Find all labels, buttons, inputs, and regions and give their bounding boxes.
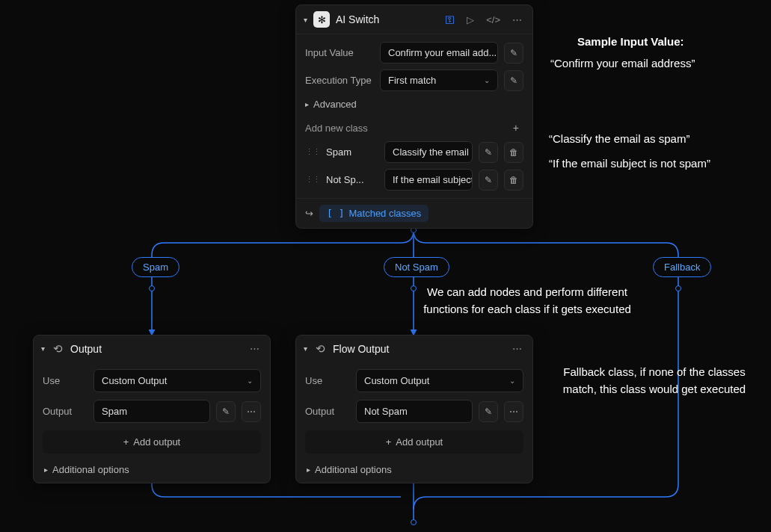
- exec-type-dropdown[interactable]: First match ⌄: [380, 69, 498, 91]
- matched-classes-chip[interactable]: [ ] Matched classes: [319, 205, 428, 222]
- output-value-input[interactable]: Spam: [93, 400, 210, 423]
- additional-options-toggle[interactable]: ▸ Additional options: [305, 461, 523, 475]
- collapse-caret-icon[interactable]: ▾: [304, 16, 307, 24]
- port-spam-bottom[interactable]: [149, 285, 155, 291]
- edit-exec-type-button[interactable]: ✎: [504, 70, 523, 91]
- class-row-notspam: ⋮⋮ Not Sp... If the email subject... ✎ 🗑: [305, 169, 523, 191]
- edit-class-button[interactable]: ✎: [479, 142, 498, 163]
- plus-icon: +: [386, 436, 392, 448]
- run-icon[interactable]: ▷: [464, 13, 477, 27]
- caret-right-icon: ▸: [307, 466, 310, 474]
- edit-class-button[interactable]: ✎: [479, 170, 498, 191]
- class-name: Not Sp...: [326, 174, 378, 185]
- annotation-fallback-hint: Fallback class, if none of the classes m…: [550, 364, 758, 398]
- use-dropdown[interactable]: Custom Output ⌄: [356, 369, 523, 392]
- node-title: Flow Output: [333, 343, 503, 355]
- annotation-classify-hint: “Classify the email as spam”: [549, 131, 689, 148]
- annotation-branch-hint: We can add nodes and perform different f…: [423, 284, 632, 318]
- class-name: Spam: [326, 146, 378, 158]
- class-prompt-input[interactable]: Classify the email ...: [384, 141, 473, 163]
- drag-handle-icon[interactable]: ⋮⋮: [305, 147, 320, 157]
- add-output-label: Add output: [133, 436, 180, 448]
- key-icon[interactable]: ⚿: [442, 13, 458, 27]
- caret-right-icon: ▸: [305, 100, 309, 108]
- output-label: Output: [305, 406, 350, 417]
- annotation-notspam-hint: “If the email subject is not spam”: [549, 155, 710, 173]
- more-icon[interactable]: ⋯: [509, 13, 525, 27]
- add-output-label: Add output: [396, 436, 443, 448]
- edit-output-button[interactable]: ✎: [216, 401, 236, 422]
- class-prompt-input[interactable]: If the email subject...: [384, 169, 473, 191]
- node-title: AI Switch: [336, 13, 436, 25]
- use-dropdown[interactable]: Custom Output ⌄: [93, 369, 261, 392]
- edit-output-button[interactable]: ✎: [479, 401, 498, 422]
- advanced-toggle[interactable]: ▸ Advanced: [305, 97, 523, 111]
- more-icon[interactable]: ⋯: [509, 341, 525, 356]
- class-row-spam: ⋮⋮ Spam Classify the email ... ✎ 🗑: [305, 141, 523, 163]
- node-title: Output: [70, 343, 241, 355]
- chevron-down-icon: ⌄: [247, 377, 253, 385]
- collapse-caret-icon[interactable]: ▾: [41, 344, 45, 353]
- add-output-button[interactable]: + Add output: [305, 430, 523, 454]
- advanced-label: Advanced: [313, 99, 357, 110]
- return-icon: ↪: [305, 208, 313, 219]
- delete-class-button[interactable]: 🗑: [504, 142, 523, 163]
- branch-label-spam[interactable]: Spam: [132, 257, 179, 277]
- drag-handle-icon[interactable]: ⋮⋮: [305, 175, 320, 185]
- output-value-input[interactable]: Not Spam: [356, 400, 473, 423]
- chevron-down-icon: ⌄: [484, 76, 490, 84]
- output-label: Output: [43, 406, 87, 417]
- additional-options-label: Additional options: [52, 464, 129, 475]
- annotation-sample-value: “Confirm your email address”: [550, 55, 695, 72]
- ai-switch-node: ▾ ✻ AI Switch ⚿ ▷ </> ⋯ Input Value Conf…: [295, 4, 533, 229]
- output-icon: ⟲: [313, 342, 327, 356]
- plus-icon: +: [123, 436, 129, 448]
- use-label: Use: [43, 375, 87, 386]
- additional-options-toggle[interactable]: ▸ Additional options: [43, 461, 261, 475]
- ai-icon: ✻: [313, 11, 330, 28]
- use-label: Use: [305, 375, 350, 386]
- add-class-label: Add new class: [305, 123, 368, 134]
- branch-label-fallback[interactable]: Fallback: [653, 257, 711, 277]
- output-more-button[interactable]: ⋯: [504, 401, 523, 422]
- more-icon[interactable]: ⋯: [247, 341, 262, 356]
- flow-output-node: ▾ ⟲ Flow Output ⋯ Use Custom Output ⌄ Ou…: [295, 335, 533, 483]
- output-icon: ⟲: [51, 342, 64, 356]
- port-fallback-bottom[interactable]: [675, 285, 681, 291]
- code-icon[interactable]: </>: [483, 13, 503, 27]
- matched-classes-label: Matched classes: [348, 208, 421, 219]
- edit-input-value-button[interactable]: ✎: [504, 43, 523, 64]
- port-notspam-bottom[interactable]: [411, 285, 417, 291]
- brackets-icon: [ ]: [327, 208, 344, 219]
- add-class-button[interactable]: +: [509, 120, 523, 135]
- branch-label-notspam[interactable]: Not Spam: [384, 257, 449, 277]
- input-value-label: Input Value: [305, 47, 374, 58]
- port-merge[interactable]: [411, 519, 417, 525]
- delete-class-button[interactable]: 🗑: [504, 170, 523, 191]
- ai-switch-header: ▾ ✻ AI Switch ⚿ ▷ </> ⋯: [296, 5, 532, 34]
- add-output-button[interactable]: + Add output: [43, 430, 261, 454]
- output-node: ▾ ⟲ Output ⋯ Use Custom Output ⌄ Output …: [33, 335, 271, 483]
- caret-right-icon: ▸: [44, 466, 48, 474]
- input-value-field[interactable]: Confirm your email add...: [380, 42, 498, 64]
- annotation-sample-header: Sample Input Value:: [577, 34, 684, 51]
- chevron-down-icon: ⌄: [509, 377, 515, 385]
- output-more-button[interactable]: ⋯: [242, 401, 261, 422]
- exec-type-label: Execution Type: [305, 75, 374, 86]
- additional-options-label: Additional options: [315, 464, 392, 475]
- collapse-caret-icon[interactable]: ▾: [304, 344, 307, 353]
